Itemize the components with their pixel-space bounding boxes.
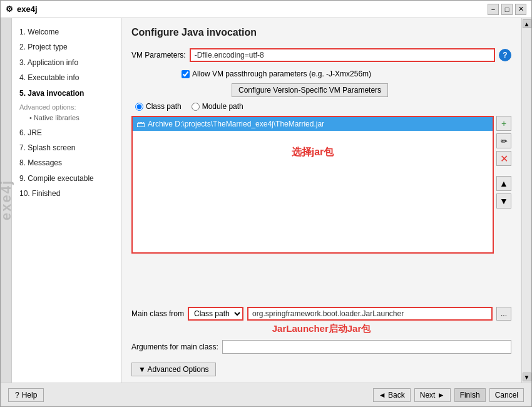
classpath-container: 🗃 Archive D:\projects\TheMarried_exe4j\T… xyxy=(131,116,511,299)
back-button[interactable]: ◄ Back xyxy=(373,388,411,402)
help-button[interactable]: ? Help xyxy=(8,388,44,402)
classpath-radio-label[interactable]: Class path xyxy=(135,102,182,111)
bottom-left: ? Help xyxy=(8,388,44,402)
classpath-list: 🗃 Archive D:\projects\TheMarried_exe4j\T… xyxy=(131,116,494,254)
configure-version-button[interactable]: Configure Version-Specific VM Parameters xyxy=(232,83,388,97)
sidebar-item-java-inv[interactable]: 5. Java invocation xyxy=(17,86,116,101)
title-bar-controls: − □ ✕ xyxy=(488,4,526,15)
classpath-note: 选择jar包 xyxy=(292,147,334,157)
left-edge-text: exe4j xyxy=(1,180,14,220)
remove-classpath-button[interactable]: ✕ xyxy=(496,151,511,166)
content-area: exe4j 1. Welcome 2. Project type 3. Appl… xyxy=(1,18,531,383)
sidebar-item-messages[interactable]: 8. Messages xyxy=(17,155,116,170)
move-down-button[interactable]: ▼ xyxy=(496,193,511,209)
classpath-radio-text: Class path xyxy=(146,102,182,111)
main-panel: Configure Java invocation VM Parameters:… xyxy=(121,18,521,383)
sidebar-advanced-label: Advanced options: xyxy=(17,101,116,111)
modulepath-radio-text: Module path xyxy=(202,102,243,111)
sidebar-item-compile[interactable]: 9. Compile executable xyxy=(17,171,116,186)
modulepath-radio[interactable] xyxy=(192,103,200,111)
bottom-right: ◄ Back Next ► Finish Cancel xyxy=(373,388,524,402)
sidebar-item-jre[interactable]: 6. JRE xyxy=(17,125,116,140)
scroll-up-button[interactable]: ▲ xyxy=(523,19,531,28)
vm-params-help-button[interactable]: ? xyxy=(499,49,511,61)
vm-params-input[interactable] xyxy=(190,48,495,62)
sidebar: 1. Welcome 2. Project type 3. Applicatio… xyxy=(12,18,121,383)
classpath-radio[interactable] xyxy=(135,103,143,111)
vm-passthrough-checkbox[interactable] xyxy=(182,70,190,78)
vm-params-row: VM Parameters: ? xyxy=(131,48,511,62)
next-button[interactable]: Next ► xyxy=(414,388,451,402)
sidebar-item-splash[interactable]: 7. Splash screen xyxy=(17,140,116,155)
archive-icon: 🗃 xyxy=(136,119,145,129)
vm-passthrough-label: Allow VM passthrough parameters (e.g. -J… xyxy=(192,70,371,78)
main-class-dropdown[interactable]: Class path xyxy=(188,307,243,321)
app-title: exe4j xyxy=(17,4,38,14)
help-label: Help xyxy=(22,391,38,399)
title-bar: ⚙ exe4j − □ ✕ xyxy=(1,1,531,18)
main-class-browse-button[interactable]: ... xyxy=(496,307,511,321)
jarlauncher-note: JarLauncher启动Jar包 xyxy=(131,323,511,335)
maximize-button[interactable]: □ xyxy=(501,4,513,15)
configure-version-btn-wrapper: Configure Version-Specific VM Parameters xyxy=(182,83,511,97)
scroll-down-button[interactable]: ▼ xyxy=(523,373,531,381)
sidebar-item-app-info[interactable]: 3. Application info xyxy=(17,55,116,70)
modulepath-radio-label[interactable]: Module path xyxy=(192,102,243,111)
path-type-row: Class path Module path xyxy=(135,102,511,111)
close-button[interactable]: ✕ xyxy=(515,4,526,15)
right-scrollbar: ▲ ▼ xyxy=(521,18,531,383)
sidebar-item-project-type[interactable]: 2. Project type xyxy=(17,39,116,54)
minimize-button[interactable]: − xyxy=(488,4,499,15)
args-label: Arguments for main class: xyxy=(131,343,218,351)
app-icon: ⚙ xyxy=(6,4,13,14)
left-edge: exe4j xyxy=(1,18,12,383)
vm-passthrough-row: Allow VM passthrough parameters (e.g. -J… xyxy=(182,70,511,78)
panel-title: Configure Java invocation xyxy=(131,27,511,38)
classpath-action-buttons: + ✏ ✕ ▲ ▼ xyxy=(496,116,511,299)
main-class-row: Main class from Class path ... xyxy=(131,307,511,321)
sidebar-item-finished[interactable]: 10. Finished xyxy=(17,186,116,201)
main-class-label: Main class from xyxy=(131,309,184,318)
advanced-btn-wrapper: ▼ Advanced Options xyxy=(131,363,511,376)
classpath-item-0[interactable]: 🗃 Archive D:\projects\TheMarried_exe4j\T… xyxy=(133,117,493,131)
classpath-item-label: Archive D:\projects\TheMarried_exe4j\The… xyxy=(148,120,324,128)
vm-params-label: VM Parameters: xyxy=(131,51,186,59)
title-bar-left: ⚙ exe4j xyxy=(6,4,38,14)
args-row: Arguments for main class: xyxy=(131,340,511,354)
finish-button[interactable]: Finish xyxy=(454,388,486,402)
edit-classpath-button[interactable]: ✏ xyxy=(496,133,511,148)
main-class-input[interactable] xyxy=(247,307,493,321)
sidebar-item-exe-info[interactable]: 4. Executable info xyxy=(17,70,116,85)
sidebar-item-welcome[interactable]: 1. Welcome xyxy=(17,24,116,39)
help-icon: ? xyxy=(15,391,19,399)
add-classpath-button[interactable]: + xyxy=(496,116,511,131)
move-up-button[interactable]: ▲ xyxy=(496,176,511,191)
sidebar-item-native-libs[interactable]: • Native libraries xyxy=(17,111,116,125)
cancel-button[interactable]: Cancel xyxy=(489,388,524,402)
args-input[interactable] xyxy=(222,340,511,354)
main-window: ⚙ exe4j − □ ✕ exe4j 1. Welcome 2. Projec… xyxy=(0,0,532,407)
advanced-options-button[interactable]: ▼ Advanced Options xyxy=(131,363,216,376)
bottom-bar: ? Help ◄ Back Next ► Finish Cancel xyxy=(1,383,531,406)
